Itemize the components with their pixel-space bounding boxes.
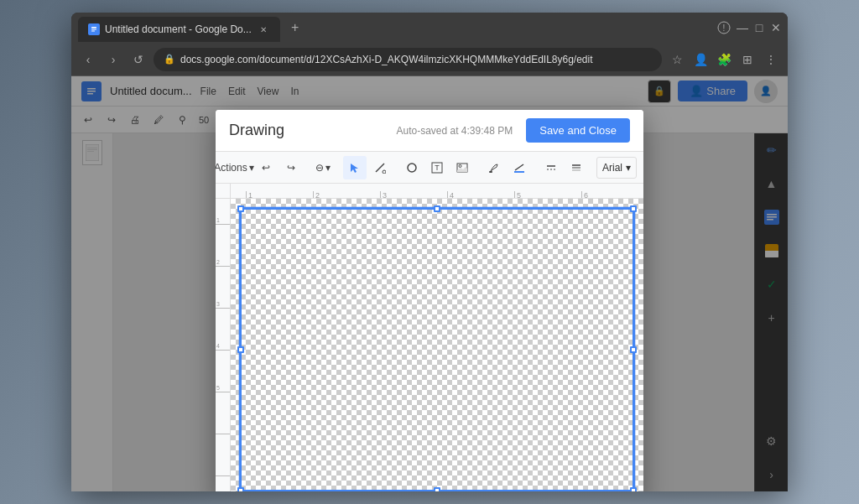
handle-mid-right[interactable] — [630, 346, 637, 353]
lock-icon: 🔒 — [164, 54, 175, 65]
line-color-button[interactable] — [508, 156, 531, 179]
ruler-mark-3: 3 — [380, 191, 447, 198]
svg-rect-1 — [91, 27, 96, 29]
line-icon — [374, 162, 386, 174]
drawing-header: Drawing Auto-saved at 4:39:48 PM Save an… — [216, 110, 643, 152]
line-tool-button[interactable] — [368, 156, 392, 179]
ruler-top: 1 2 3 4 5 6 7 — [231, 184, 643, 199]
svg-text:T: T — [435, 164, 440, 172]
handle-bottom-right[interactable] — [630, 487, 637, 491]
drawing-redo-button[interactable]: ↪ — [279, 156, 303, 179]
drawing-body: 1 2 3 4 5 — [216, 199, 643, 491]
ruler-mark-2: 2 — [313, 191, 380, 198]
textbox-icon: T — [431, 162, 443, 174]
handle-top-center[interactable] — [434, 205, 440, 212]
actions-label: Actions — [216, 162, 247, 174]
border-style-button[interactable] — [565, 156, 588, 179]
actions-menu-button[interactable]: Actions ▾ — [222, 156, 246, 179]
paint-icon — [488, 162, 500, 174]
browser-content: Untitled docum... File Edit View In 🔒 👤 … — [71, 76, 788, 491]
svg-text:!: ! — [723, 23, 726, 33]
handle-bottom-center[interactable] — [434, 487, 440, 491]
drawing-overlay: Drawing Auto-saved at 4:39:48 PM Save an… — [71, 76, 788, 491]
window-controls: ! — □ ✕ — [717, 21, 781, 34]
extension-button[interactable]: 🧩 — [714, 49, 734, 70]
zoom-button[interactable]: ⊖ ▾ — [311, 156, 335, 179]
svg-rect-3 — [91, 31, 95, 32]
ruler-corner — [216, 184, 231, 199]
forward-button[interactable]: › — [103, 49, 123, 70]
paint-tool-button[interactable] — [482, 156, 506, 179]
image-icon — [456, 162, 468, 174]
ruler-mark-5: 5 — [514, 191, 581, 198]
font-name: Arial — [602, 162, 622, 174]
browser-actions: ☆ 👤 🧩 ⊞ ⋮ — [667, 49, 781, 70]
new-tab-button[interactable]: + — [284, 16, 307, 39]
extensions-button[interactable]: ⊞ — [737, 49, 757, 70]
address-bar[interactable]: 🔒 docs.google.com/document/d/12XCsAzhXi-… — [154, 48, 662, 71]
minimize-button[interactable]: — — [737, 23, 747, 33]
ruler-marks: 1 2 3 4 5 6 7 — [246, 191, 643, 198]
ruler-mark-4: 4 — [447, 191, 514, 198]
handle-top-right[interactable] — [630, 205, 637, 212]
shape-icon — [406, 162, 418, 174]
line-style-icon — [545, 162, 557, 174]
menu-button[interactable]: ⋮ — [761, 49, 781, 70]
autosave-text: Auto-saved at 4:39:48 PM — [396, 125, 513, 137]
ruler-left: 1 2 3 4 5 — [216, 199, 231, 491]
font-arrow: ▾ — [626, 162, 631, 174]
browser-window: Untitled document - Google Do... ✕ + ! —… — [71, 13, 788, 491]
browser-titlebar: Untitled document - Google Do... ✕ + ! —… — [71, 13, 788, 43]
drawing-canvas[interactable] — [231, 199, 643, 491]
svg-point-24 — [408, 164, 416, 172]
close-button[interactable]: ✕ — [771, 23, 781, 33]
select-icon — [349, 162, 361, 174]
handle-bottom-left[interactable] — [237, 487, 244, 491]
drawing-canvas-area: 1 2 3 4 5 6 7 — [216, 184, 643, 491]
zoom-icon: ⊖ — [315, 162, 324, 174]
tab-icon — [88, 23, 100, 35]
profile-button[interactable]: 👤 — [690, 49, 711, 70]
drawing-toolbar: Actions ▾ ↩ ↪ ⊖ ▾ — [216, 152, 643, 184]
address-text: docs.google.com/document/d/12XCsAzhXi-D_… — [180, 54, 593, 65]
browser-addressbar: ‹ › ↺ 🔒 docs.google.com/document/d/12XCs… — [71, 43, 788, 76]
svg-line-30 — [515, 164, 523, 170]
desktop: Untitled document - Google Do... ✕ + ! —… — [0, 0, 859, 504]
svg-point-23 — [383, 170, 386, 174]
actions-arrow: ▾ — [249, 162, 254, 174]
svg-rect-31 — [514, 171, 524, 173]
svg-rect-2 — [91, 29, 96, 30]
drawing-title: Drawing — [229, 122, 396, 139]
svg-rect-29 — [489, 171, 492, 173]
back-button[interactable]: ‹ — [78, 49, 98, 70]
zoom-arrow: ▾ — [325, 162, 331, 174]
bookmark-button[interactable]: ☆ — [667, 49, 687, 70]
handle-mid-left[interactable] — [237, 346, 244, 353]
handle-top-left[interactable] — [237, 205, 244, 212]
ruler-mark-6: 6 — [581, 191, 643, 198]
browser-tab[interactable]: Untitled document - Google Do... ✕ — [78, 17, 280, 42]
maximize-button[interactable]: □ — [754, 23, 764, 33]
tab-title: Untitled document - Google Do... — [105, 23, 252, 35]
shape-tool-button[interactable] — [400, 156, 424, 179]
image-tool-button[interactable] — [450, 156, 474, 179]
select-tool-button[interactable] — [343, 156, 367, 179]
font-selector[interactable]: Arial ▾ — [596, 157, 637, 179]
save-close-button[interactable]: Save and Close — [526, 118, 630, 143]
textbox-tool-button[interactable]: T — [425, 156, 449, 179]
drawing-undo-button[interactable]: ↩ — [254, 156, 278, 179]
ruler-mark-1: 1 — [246, 191, 313, 198]
security-icon: ! — [717, 21, 731, 34]
canvas-rectangle[interactable] — [239, 207, 635, 491]
refresh-button[interactable]: ↺ — [128, 49, 148, 70]
tab-close-button[interactable]: ✕ — [257, 23, 270, 36]
border-style-icon — [570, 162, 582, 174]
line-style-button[interactable] — [539, 156, 563, 179]
line-color-icon — [513, 162, 525, 174]
drawing-dialog: Drawing Auto-saved at 4:39:48 PM Save an… — [216, 110, 643, 491]
svg-point-28 — [459, 164, 461, 167]
